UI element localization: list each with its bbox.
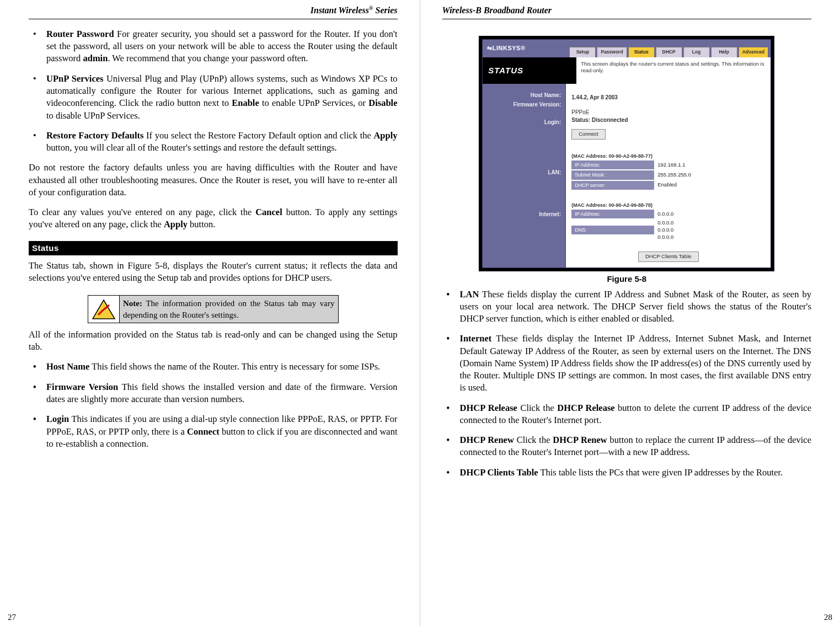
page-number-right: 28 bbox=[824, 612, 832, 623]
router-side-title: STATUS bbox=[483, 57, 576, 84]
router-tabs: Setup Password Status DHCP Log Help Adva… bbox=[569, 40, 771, 57]
router-logo: ⇋ LINKSYS® bbox=[483, 40, 569, 57]
lbl-host: Host Name: bbox=[483, 90, 561, 100]
header-rule-right bbox=[442, 19, 812, 19]
page-left: Instant Wireless® Series Router Password… bbox=[0, 0, 420, 626]
note-text: Note: The information provided on the St… bbox=[120, 296, 338, 323]
bullet-host-name: Host Name This field shows the name of t… bbox=[29, 361, 398, 373]
val-login-status: Status: Disconnected bbox=[571, 116, 765, 124]
bullet-lan: LAN These fields display the current IP … bbox=[442, 288, 812, 325]
tab-status[interactable]: Status bbox=[628, 47, 655, 57]
router-screenshot: ⇋ LINKSYS® Setup Password Status DHCP Lo… bbox=[479, 36, 774, 272]
bullet-list-1: Router Password For greater security, yo… bbox=[29, 28, 398, 154]
note-box: Note: The information provided on the St… bbox=[88, 295, 339, 323]
para-cancel-apply: To clear any values you've entered on an… bbox=[29, 206, 398, 231]
wan-dns2: 0.0.0.0 bbox=[657, 227, 673, 234]
para-status-intro: The Status tab, shown in Figure 5-8, dis… bbox=[29, 260, 398, 285]
bullet-login: Login This indicates if you are using a … bbox=[29, 413, 398, 450]
bullet-firmware: Firmware Version This field shows the in… bbox=[29, 381, 398, 406]
lan-dhcp-label: DHCP server: bbox=[571, 181, 654, 190]
page-right: Wireless-B Broadband Router ⇋ LINKSYS® S… bbox=[420, 0, 841, 626]
router-desc: This screen displays the router's curren… bbox=[576, 57, 771, 84]
lbl-internet: Internet: bbox=[483, 210, 561, 220]
tab-dhcp[interactable]: DHCP bbox=[656, 47, 682, 57]
figure-caption: Figure 5-8 bbox=[442, 274, 812, 285]
tab-log[interactable]: Log bbox=[683, 47, 710, 57]
header-left: Instant Wireless® Series bbox=[29, 4, 398, 18]
dhcp-clients-button[interactable]: DHCP Clients Table bbox=[638, 252, 699, 262]
connect-button[interactable]: Connect bbox=[571, 129, 605, 140]
header-right: Wireless-B Broadband Router bbox=[442, 4, 812, 18]
tab-help[interactable]: Help bbox=[711, 47, 737, 57]
bullet-dhcp-release: DHCP Release Click the DHCP Release butt… bbox=[442, 402, 812, 427]
val-fw: 1.44.2, Apr 8 2003 bbox=[571, 94, 765, 101]
lan-dhcp-val: Enabled bbox=[657, 181, 677, 189]
lan-mac: (MAC Address: 00-90-A2-99-88-77) bbox=[571, 153, 765, 159]
lan-ip-val: 192.168.1.1 bbox=[657, 162, 685, 169]
wan-mac: (MAC Address: 00-90-A2-99-88-78) bbox=[571, 202, 765, 208]
bullet-restore: Restore Factory Defaults If you select t… bbox=[29, 130, 398, 154]
warning-icon bbox=[88, 296, 120, 323]
wan-ip-label: IP Address: bbox=[571, 210, 654, 218]
page-number-left: 27 bbox=[8, 612, 16, 623]
wan-dns3: 0.0.0.0 bbox=[657, 234, 673, 241]
para-restore-warning: Do not restore the factory defaults unle… bbox=[29, 162, 398, 199]
wan-ip-val: 0.0.0.0 bbox=[657, 211, 673, 218]
lbl-fw: Firmware Version: bbox=[483, 100, 561, 110]
lan-sm-val: 255.255.255.0 bbox=[657, 172, 691, 179]
val-login-type: PPPoE bbox=[571, 109, 765, 116]
section-bar-status: Status bbox=[29, 241, 398, 255]
wan-dns-label: DNS: bbox=[571, 226, 654, 234]
tab-advanced[interactable]: Advanced bbox=[739, 47, 769, 57]
bullet-internet: Internet These fields display the Intern… bbox=[442, 333, 812, 394]
lan-ip-label: IP Address: bbox=[571, 160, 654, 169]
lbl-login: Login: bbox=[483, 117, 561, 127]
bullet-dhcp-clients: DHCP Clients Table This table lists the … bbox=[442, 467, 812, 479]
bullet-list-2: Host Name This field shows the name of t… bbox=[29, 361, 398, 450]
wan-dns1: 0.0.0.0 bbox=[657, 220, 673, 227]
tab-setup[interactable]: Setup bbox=[569, 47, 596, 57]
para-readonly: All of the information provided on the S… bbox=[29, 329, 398, 354]
bullet-list-right: LAN These fields display the current IP … bbox=[442, 288, 812, 479]
bullet-router-password: Router Password For greater security, yo… bbox=[29, 28, 398, 65]
bullet-upnp: UPnP Services Universal Plug and Play (U… bbox=[29, 73, 398, 122]
lan-sm-label: Subnet Mask: bbox=[571, 170, 654, 179]
header-rule bbox=[29, 19, 398, 19]
lbl-lan: LAN: bbox=[483, 168, 561, 178]
tab-password[interactable]: Password bbox=[597, 47, 627, 57]
bullet-dhcp-renew: DHCP Renew Click the DHCP Renew button t… bbox=[442, 434, 812, 459]
